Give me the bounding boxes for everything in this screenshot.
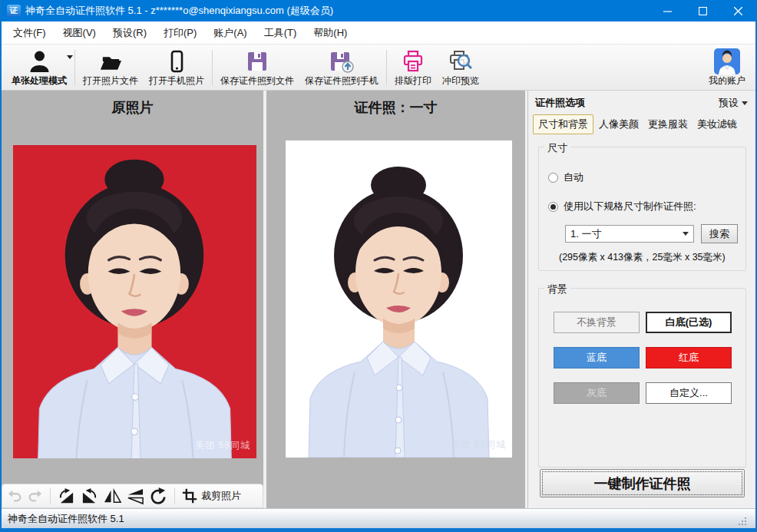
rotate-left-icon	[58, 487, 75, 505]
rotate-left-button[interactable]	[58, 487, 75, 505]
toolbar-separator	[386, 50, 387, 85]
window-bottom-border	[2, 528, 755, 532]
layout-print-button[interactable]: 排版打印	[389, 46, 437, 89]
bg-gray-button[interactable]: 灰底	[554, 382, 640, 404]
flip-horizontal-button[interactable]	[104, 487, 121, 505]
flip-vertical-icon	[127, 487, 144, 505]
chevron-down-icon	[67, 55, 73, 59]
printer-icon	[402, 48, 425, 74]
toolbar: 单张处理模式 打开照片文件 打开手机照片 保存证件照到文件 保存证件	[2, 45, 755, 91]
photo-watermark: 美团 58同城	[451, 438, 506, 451]
size-select-value: 1. 一寸	[570, 227, 601, 241]
save-to-file-button[interactable]: 保存证件照到文件	[215, 46, 299, 89]
size-group-title: 尺寸	[544, 141, 570, 155]
bg-keep-button[interactable]: 不换背景	[554, 312, 640, 333]
menu-preset[interactable]: 预设(R)	[104, 21, 155, 44]
flip-horizontal-icon	[104, 487, 121, 505]
chevron-down-icon	[683, 232, 689, 236]
tab-filters[interactable]: 美妆滤镜	[693, 115, 741, 134]
spec-size-label: 使用以下规格尺寸制作证件照:	[564, 200, 696, 213]
my-account-label: 我的账户	[709, 74, 745, 88]
tab-size-background[interactable]: 尺寸和背景	[533, 114, 593, 134]
open-photo-file-label: 打开照片文件	[83, 74, 138, 88]
tab-beauty[interactable]: 人像美颜	[595, 115, 643, 134]
options-tabs: 尺寸和背景 人像美颜 更换服装 美妆滤镜	[528, 113, 755, 134]
result-photo-panel: 证件照：一寸 美团 58同城	[266, 91, 525, 508]
auto-size-label: 自动	[564, 170, 583, 184]
single-mode-button[interactable]: 单张处理模式	[6, 46, 72, 89]
result-photo[interactable]: 美团 58同城	[286, 140, 512, 458]
titlebar: 证 神奇全自动证件照软件 5.1 - z*******o@shenqixiang…	[2, 0, 755, 21]
photo-watermark: 美团 58同城	[195, 439, 250, 452]
tab-clothes[interactable]: 更换服装	[644, 115, 692, 134]
original-photo-panel: 原照片 美团 58同城	[2, 91, 263, 508]
menu-print[interactable]: 打印(P)	[155, 21, 205, 44]
minimize-button[interactable]	[650, 0, 685, 21]
bg-custom-button[interactable]: 自定义...	[646, 382, 732, 404]
app-icon: 证	[7, 5, 21, 17]
crop-photo-button[interactable]: 裁剪照片	[182, 488, 241, 504]
bg-blue-button[interactable]: 蓝底	[554, 347, 640, 368]
edit-toolbar-separator	[174, 487, 175, 504]
flip-vertical-button[interactable]	[127, 487, 144, 505]
window-title: 神奇全自动证件照软件 5.1 - z*******o@shenqixiangsu…	[25, 4, 333, 18]
status-text: 神奇全自动证件照软件 5.1	[8, 512, 124, 526]
save-to-file-label: 保存证件照到文件	[220, 74, 294, 88]
bg-red-button[interactable]: 红底	[646, 347, 732, 368]
toolbar-separator	[212, 50, 213, 85]
main-area: 原照片 美团 58同城	[2, 91, 755, 508]
preset-dropdown[interactable]: 预设	[719, 96, 748, 110]
rotate-right-button[interactable]	[81, 487, 98, 505]
maximize-icon	[699, 7, 707, 15]
rotate-right-icon	[81, 487, 98, 505]
original-photo-title: 原照片	[2, 98, 263, 117]
phone-icon	[165, 48, 188, 74]
radio-checked-icon[interactable]	[548, 202, 558, 212]
maximize-button[interactable]	[685, 0, 720, 21]
make-id-photo-button[interactable]: 一键制作证件照	[540, 469, 745, 497]
avatar	[714, 48, 740, 74]
edit-toolbar-separator	[50, 487, 51, 504]
statusbar: 神奇全自动证件照软件 5.1	[2, 508, 755, 528]
photo-edit-toolbar: 裁剪照片	[2, 484, 263, 508]
close-button[interactable]	[720, 0, 755, 21]
print-preview-button[interactable]: 冲印预览	[437, 46, 484, 89]
folder-icon	[99, 48, 122, 74]
undo-icon	[7, 488, 22, 504]
options-panel: 证件照选项 预设 尺寸和背景 人像美颜 更换服装 美妆滤镜 尺寸 自动	[527, 91, 755, 508]
background-group-title: 背景	[544, 283, 570, 296]
size-select[interactable]: 1. 一寸	[565, 225, 694, 243]
bg-white-button[interactable]: 白底(已选)	[646, 312, 732, 333]
background-group: 背景 不换背景 白底(已选) 蓝底 红底 灰底 自定义...	[538, 288, 746, 468]
menu-account[interactable]: 账户(A)	[205, 21, 255, 44]
menu-file[interactable]: 文件(F)	[5, 21, 55, 44]
open-phone-photo-label: 打开手机照片	[149, 74, 204, 88]
toolbar-separator	[74, 50, 75, 85]
minimize-icon	[663, 7, 672, 15]
menu-tools[interactable]: 工具(T)	[256, 21, 306, 44]
menubar: 文件(F) 视图(V) 预设(R) 打印(P) 账户(A) 工具(T) 帮助(H…	[2, 21, 755, 45]
spec-size-option[interactable]: 使用以下规格尺寸制作证件照:	[548, 200, 738, 213]
menu-help[interactable]: 帮助(H)	[305, 21, 355, 44]
print-preview-label: 冲印预览	[442, 74, 479, 88]
size-group: 尺寸 自动 使用以下规格尺寸制作证件照: 1. 一寸 搜索 (295像素 x	[538, 147, 746, 271]
open-photo-file-button[interactable]: 打开照片文件	[78, 46, 144, 89]
resize-grip[interactable]	[745, 524, 746, 525]
printer-magnifier-icon	[448, 48, 473, 74]
my-account-button[interactable]: 我的账户	[703, 46, 751, 89]
redo-button[interactable]	[28, 488, 43, 504]
original-photo[interactable]: 美团 58同城	[13, 145, 256, 458]
auto-size-option[interactable]: 自动	[548, 170, 738, 184]
floppy-upload-icon	[329, 48, 354, 74]
save-to-phone-button[interactable]: 保存证件照到手机	[299, 46, 384, 89]
open-phone-photo-button[interactable]: 打开手机照片	[144, 46, 210, 89]
search-button[interactable]: 搜索	[701, 224, 738, 243]
rotate-free-button[interactable]	[150, 487, 167, 505]
menu-view[interactable]: 视图(V)	[55, 21, 104, 44]
save-to-phone-label: 保存证件照到手机	[305, 74, 378, 88]
undo-button[interactable]	[7, 488, 22, 504]
radio-unchecked-icon[interactable]	[548, 173, 558, 183]
redo-icon	[28, 488, 43, 504]
single-mode-label: 单张处理模式	[12, 74, 67, 88]
crop-photo-label: 裁剪照片	[201, 489, 241, 503]
